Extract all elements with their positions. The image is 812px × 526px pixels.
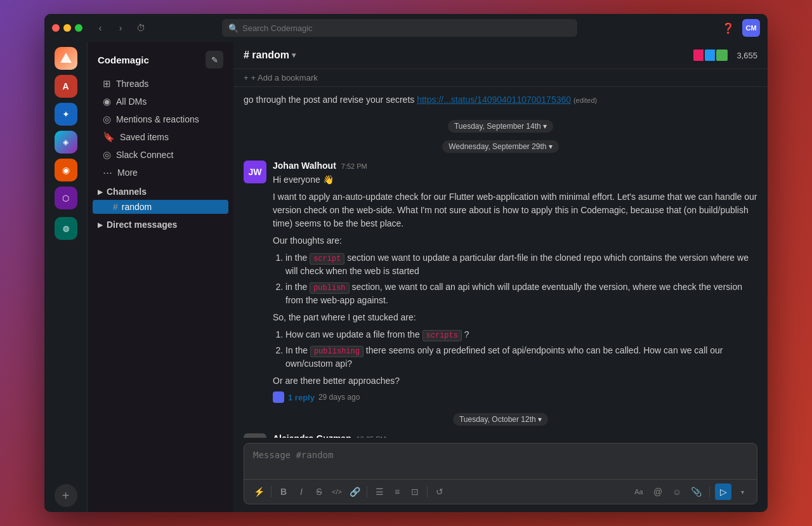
truncated-text: go through the post and revise your secr… xyxy=(244,95,757,105)
workspace-name: Codemagic xyxy=(98,55,149,65)
channel-name: # random xyxy=(244,49,289,61)
title-bar-right: ❓ CM xyxy=(719,19,760,37)
date-label-sep14[interactable]: Tuesday, September 14th ▾ xyxy=(448,120,553,133)
truncated-message: go through the post and revise your secr… xyxy=(244,92,757,112)
new-message-button[interactable]: ✎ xyxy=(206,51,223,69)
message-input[interactable] xyxy=(244,444,757,477)
svg-marker-0 xyxy=(60,53,72,63)
stuck-1: How can we update a file from the script… xyxy=(285,328,757,341)
search-bar[interactable]: 🔍 xyxy=(222,19,577,37)
date-separator-oct12: Tuesday, October 12th ▾ xyxy=(244,413,757,426)
sidebar-app-teal[interactable]: ◍ xyxy=(55,217,77,240)
hash-icon: # xyxy=(113,202,118,212)
bullet-list-button[interactable]: ☰ xyxy=(371,483,388,500)
mention-button[interactable]: @ xyxy=(650,483,666,500)
avatar-3 xyxy=(715,48,729,62)
sidebar-item-saved[interactable]: 🔖 Saved items xyxy=(93,129,228,145)
channels-section-header[interactable]: ▶ Channels xyxy=(88,181,233,199)
member-avatars[interactable] xyxy=(695,48,729,62)
sidebar-app-multi[interactable]: ◈ xyxy=(55,131,77,154)
add-bookmark-button[interactable]: + + Add a bookmark xyxy=(244,73,318,82)
help-button[interactable]: ❓ xyxy=(719,19,737,37)
lightning-button[interactable]: ⚡ xyxy=(251,483,267,500)
back-button[interactable]: ‹ xyxy=(93,20,108,36)
more-icon: ⋯ xyxy=(103,167,112,178)
channel-dropdown-icon: ▾ xyxy=(292,51,296,60)
sidebar-app-orange[interactable]: ◉ xyxy=(55,159,77,181)
emoji-button[interactable]: ☺ xyxy=(669,483,685,500)
bold-button[interactable]: B xyxy=(275,483,292,500)
threads-icon: ⊞ xyxy=(103,78,111,89)
sidebar-item-more[interactable]: ⋯ More xyxy=(93,164,228,181)
workspace-icons: ✎ xyxy=(206,51,223,69)
history-button[interactable]: ⏱ xyxy=(133,20,148,36)
compose-icon: ✎ xyxy=(211,55,218,65)
sidebar-app-red[interactable]: A xyxy=(55,75,77,98)
date-label-sep29[interactable]: Wednesday, September 29th ▾ xyxy=(442,140,559,153)
slack-connect-icon: ◎ xyxy=(103,149,111,161)
message-group-2: AG Alejandro Guzman 10:05 PM Hi everyone… xyxy=(244,433,757,438)
number-list-button[interactable]: ≡ xyxy=(389,483,405,500)
channels-arrow-icon: ▶ xyxy=(98,188,103,195)
bold-icon: B xyxy=(280,487,287,497)
code-publish: publish xyxy=(310,282,349,294)
send-button[interactable]: ▷ xyxy=(715,483,731,500)
reply-time: 29 days ago xyxy=(318,393,360,402)
nav-sidebar: Codemagic ✎ ⊞ Threads ◉ All DMs ◎ xyxy=(88,42,233,512)
thought-2: in the publish section, we want to call … xyxy=(285,280,757,307)
toolbar-divider-1 xyxy=(271,486,272,497)
sidebar-item-threads[interactable]: ⊞ Threads xyxy=(93,76,228,92)
forward-button[interactable]: › xyxy=(113,20,128,36)
message-header-2: Alejandro Guzman 10:05 PM xyxy=(273,433,757,438)
add-workspace-button[interactable]: + xyxy=(55,484,77,507)
greeting: Hi everyone 👋 xyxy=(273,173,757,187)
strikethrough-icon: S xyxy=(316,487,322,497)
italic-icon: I xyxy=(300,487,303,497)
sidebar-app-purple[interactable]: ⬡ xyxy=(55,187,77,209)
body-text: I want to apply an-auto-update check for… xyxy=(273,190,757,230)
thread-reply-1[interactable]: 1 reply 29 days ago xyxy=(273,391,757,403)
message-body-1: Johan Walhout 7:52 PM Hi everyone 👋 I wa… xyxy=(273,161,757,403)
toolbar-divider-2 xyxy=(367,486,367,497)
send-dropdown-button[interactable]: ▾ xyxy=(734,483,750,500)
sidebar-app-blue[interactable]: ✦ xyxy=(55,103,77,126)
truncated-link[interactable]: https://...status/1409040110700175360 xyxy=(417,95,571,105)
workspace-header[interactable]: Codemagic ✎ xyxy=(88,44,233,75)
italic-button[interactable]: I xyxy=(293,483,310,500)
mentions-label: Mentions & reactions xyxy=(116,114,199,124)
direct-messages-section-header[interactable]: ▶ Direct messages xyxy=(88,214,233,232)
indent-button[interactable]: ⊡ xyxy=(407,483,423,500)
outro: Or are there better approaches? xyxy=(273,374,757,388)
sidebar-item-all-dms[interactable]: ◉ All DMs xyxy=(93,93,228,110)
attach-button[interactable]: 📎 xyxy=(688,483,704,500)
title-bar: ‹ › ⏱ 🔍 ❓ CM xyxy=(44,14,768,42)
link-button[interactable]: 🔗 xyxy=(346,483,363,500)
avatar-alejandro: AG xyxy=(244,433,266,438)
channel-title[interactable]: # random ▾ xyxy=(244,49,296,61)
message-body-2: Alejandro Guzman 10:05 PM Hi everyone, i… xyxy=(273,433,757,438)
slack-connect-label: Slack Connect xyxy=(116,150,173,160)
close-button[interactable] xyxy=(52,24,60,32)
messages-area[interactable]: go through the post and revise your secr… xyxy=(233,87,768,438)
search-input[interactable] xyxy=(242,23,571,33)
sidebar-item-mentions[interactable]: ◎ Mentions & reactions xyxy=(93,111,228,128)
user-avatar[interactable]: CM xyxy=(742,19,760,37)
date-separator-sep29: Wednesday, September 29th ▾ xyxy=(244,140,757,153)
maximize-button[interactable] xyxy=(75,24,82,32)
minimize-button[interactable] xyxy=(63,24,71,32)
message-toolbar: ⚡ B I S </> 🔗 ☰ ≡ ⊡ ↺ xyxy=(244,479,757,504)
code-scripts: scripts xyxy=(422,330,462,341)
code-button[interactable]: </> xyxy=(329,483,345,500)
undo-button[interactable]: ↺ xyxy=(431,483,448,500)
mentions-icon: ◎ xyxy=(103,114,111,125)
date-label-oct12[interactable]: Tuesday, October 12th ▾ xyxy=(453,413,548,426)
saved-label: Saved items xyxy=(120,132,169,142)
sidebar-app-codemagic[interactable] xyxy=(55,47,77,70)
message-input-container: ⚡ B I S </> 🔗 ☰ ≡ ⊡ ↺ xyxy=(244,443,757,504)
sidebar-item-slack-connect[interactable]: ◎ Slack Connect xyxy=(93,147,228,163)
channel-item-random[interactable]: # random xyxy=(93,200,228,214)
more-label: More xyxy=(117,168,138,178)
main-layout: A ✦ ◈ ◉ ⬡ ◍ + xyxy=(44,42,768,512)
strikethrough-button[interactable]: S xyxy=(311,483,327,500)
text-size-button[interactable]: Aa xyxy=(631,483,647,500)
